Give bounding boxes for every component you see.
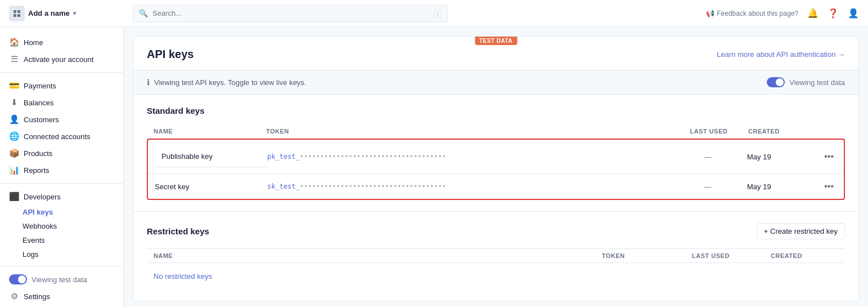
search-slash: / [434, 9, 442, 18]
sidebar-label-customers: Customers [24, 115, 59, 124]
notifications-icon[interactable]: 🔔 [807, 8, 818, 19]
standard-keys-section: Standard keys NAME TOKEN LAST USED CREAT… [133, 95, 858, 211]
search-input[interactable] [152, 9, 430, 17]
reports-icon: 📊 [9, 165, 19, 175]
publishable-key-token: pk_test_••••••••••••••••••••••••••••••••… [267, 153, 668, 161]
sidebar: 🏠 Home ☰ Activate your account 💳 Payment… [0, 27, 124, 307]
test-data-toggle[interactable] [9, 274, 27, 284]
publishable-key-row: Publishable key pk_test_••••••••••••••••… [148, 140, 844, 174]
standard-keys-box: Publishable key pk_test_••••••••••••••••… [147, 139, 845, 200]
customers-icon: 👤 [9, 114, 19, 124]
sidebar-item-events[interactable]: Events [0, 233, 123, 247]
page-header: TEST DATA API keys Learn more about API … [133, 37, 858, 70]
sidebar-divider-2 [0, 183, 123, 184]
sidebar-label-api-keys: API keys [23, 208, 53, 216]
restricted-keys-title: Restricted keys [147, 226, 209, 236]
info-bar-right: Viewing test data [767, 77, 845, 87]
search-bar[interactable]: 🔍 / [133, 5, 448, 23]
search-icon: 🔍 [139, 9, 148, 17]
no-restricted-keys-row: No restricted keys [147, 263, 845, 290]
svg-rect-1 [17, 10, 20, 13]
standard-keys-title: Standard keys [147, 106, 845, 115]
publishable-key-last-used: — [668, 153, 747, 161]
settings-icon: ⚙ [9, 291, 19, 301]
secret-key-name: Secret key [155, 183, 267, 191]
test-data-toggle-container: Viewing test data [0, 271, 123, 288]
layout: 🏠 Home ☰ Activate your account 💳 Payment… [0, 27, 868, 307]
sidebar-item-api-keys[interactable]: API keys [0, 205, 123, 219]
sidebar-item-activate[interactable]: ☰ Activate your account [0, 51, 123, 68]
secret-key-row: Secret key sk_test_•••••••••••••••••••••… [148, 174, 844, 199]
sk-prefix: sk_test_ [267, 183, 300, 190]
secret-key-token: sk_test_••••••••••••••••••••••••••••••••… [267, 183, 668, 190]
balances-icon: ⬇ [9, 97, 19, 108]
sidebar-item-webhooks[interactable]: Webhooks [0, 219, 123, 233]
pk-blurred: •••••••••••••••••••••••••••••••••••• [300, 153, 446, 161]
topbar-right: 📢 Feedback about this page? 🔔 ❓ 👤 [706, 8, 859, 19]
sidebar-label-payments: Payments [24, 82, 56, 90]
info-text: Viewing test API keys. Toggle to view li… [154, 78, 307, 87]
col-header-token: TOKEN [266, 128, 669, 135]
sidebar-item-balances[interactable]: ⬇ Balances [0, 94, 123, 111]
sidebar-label-logs: Logs [23, 250, 38, 259]
secret-key-more-btn[interactable]: ••• [821, 180, 837, 193]
sk-blurred: •••••••••••••••••••••••••••••••••••• [300, 183, 446, 190]
feedback-text: Feedback about this page? [717, 10, 798, 17]
help-icon[interactable]: ❓ [827, 8, 839, 19]
restricted-col-header-token: TOKEN [602, 252, 692, 259]
sidebar-label-activate: Activate your account [24, 55, 93, 64]
home-icon: 🏠 [9, 37, 19, 47]
learn-more-link[interactable]: Learn more about API authentication → [717, 50, 845, 59]
developers-icon: ⬛ [9, 192, 19, 202]
sidebar-label-connected-accounts: Connected accounts [24, 132, 91, 141]
sidebar-label-developers: Developers [24, 193, 61, 201]
brand-chevron-icon: ▾ [73, 10, 76, 16]
sidebar-label-reports: Reports [24, 166, 50, 175]
sidebar-label-settings: Settings [24, 292, 50, 301]
brand-icon [9, 6, 25, 21]
brand-name: Add a name [28, 9, 70, 17]
sidebar-item-connected-accounts[interactable]: 🌐 Connected accounts [0, 128, 123, 145]
publishable-key-name: Publishable key [155, 146, 267, 167]
sidebar-label-events: Events [23, 236, 45, 244]
content-wrapper: TEST DATA API keys Learn more about API … [133, 36, 859, 301]
svg-rect-0 [14, 10, 16, 13]
col-header-last-used: LAST USED [669, 128, 748, 135]
restricted-col-header-name: NAME [154, 252, 602, 259]
main-content: TEST DATA API keys Learn more about API … [124, 27, 868, 307]
feedback-link[interactable]: 📢 Feedback about this page? [706, 10, 798, 17]
connected-accounts-icon: 🌐 [9, 131, 19, 141]
svg-rect-3 [17, 14, 20, 17]
col-header-created: CREATED [748, 128, 816, 135]
secret-key-created: May 19 [747, 183, 815, 191]
sidebar-item-products[interactable]: 📦 Products [0, 145, 123, 162]
sidebar-item-home[interactable]: 🏠 Home [0, 34, 123, 51]
sidebar-item-reports[interactable]: 📊 Reports [0, 162, 123, 179]
col-header-name: NAME [154, 128, 266, 135]
publishable-key-created: May 19 [747, 153, 815, 161]
page-title: API keys [147, 48, 194, 61]
create-restricted-key-btn[interactable]: + Create restricted key [757, 223, 845, 239]
payments-icon: 💳 [9, 81, 19, 91]
brand-logo[interactable]: Add a name ▾ [9, 6, 133, 21]
secret-key-last-used: — [668, 183, 747, 191]
sidebar-item-settings[interactable]: ⚙ Settings [0, 288, 123, 305]
test-data-badge: TEST DATA [475, 37, 517, 45]
info-bar: ℹ Viewing test API keys. Toggle to view … [133, 70, 858, 95]
svg-rect-2 [14, 14, 16, 17]
sidebar-item-payments[interactable]: 💳 Payments [0, 77, 123, 94]
publishable-key-more-btn[interactable]: ••• [821, 150, 837, 163]
sidebar-label-balances: Balances [24, 99, 53, 107]
activate-icon: ☰ [9, 54, 19, 64]
restricted-col-header-created: CREATED [771, 252, 838, 259]
sidebar-divider-1 [0, 72, 123, 73]
restricted-keys-section: Restricted keys + Create restricted key … [133, 211, 858, 301]
info-icon: ℹ [147, 78, 150, 87]
sidebar-item-developers[interactable]: ⬛ Developers [0, 188, 123, 205]
pk-prefix: pk_test_ [267, 153, 300, 161]
sidebar-item-customers[interactable]: 👤 Customers [0, 111, 123, 128]
sidebar-item-logs[interactable]: Logs [0, 247, 123, 261]
info-bar-left: ℹ Viewing test API keys. Toggle to view … [147, 78, 307, 87]
profile-icon[interactable]: 👤 [848, 8, 859, 19]
viewing-test-toggle[interactable] [767, 77, 785, 87]
